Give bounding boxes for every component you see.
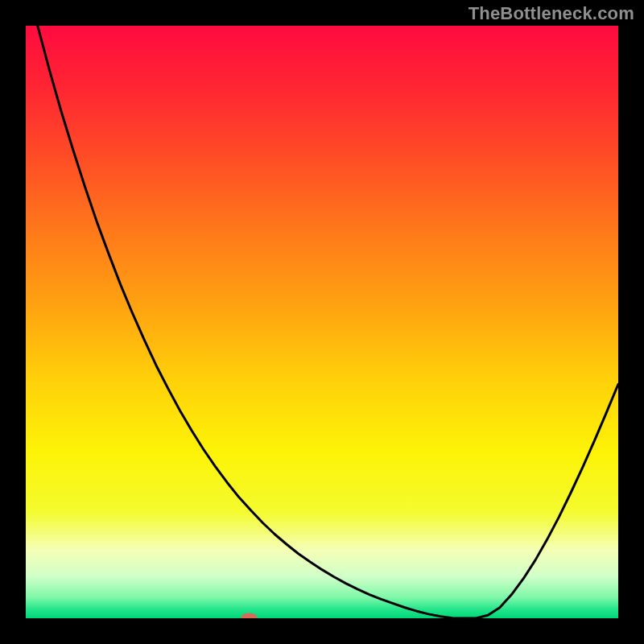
chart-svg: [26, 26, 618, 618]
chart-frame: TheBottleneck.com: [0, 0, 644, 644]
gradient-background: [26, 26, 618, 618]
watermark-text: TheBottleneck.com: [469, 3, 634, 24]
bottleneck-chart: [26, 26, 618, 618]
